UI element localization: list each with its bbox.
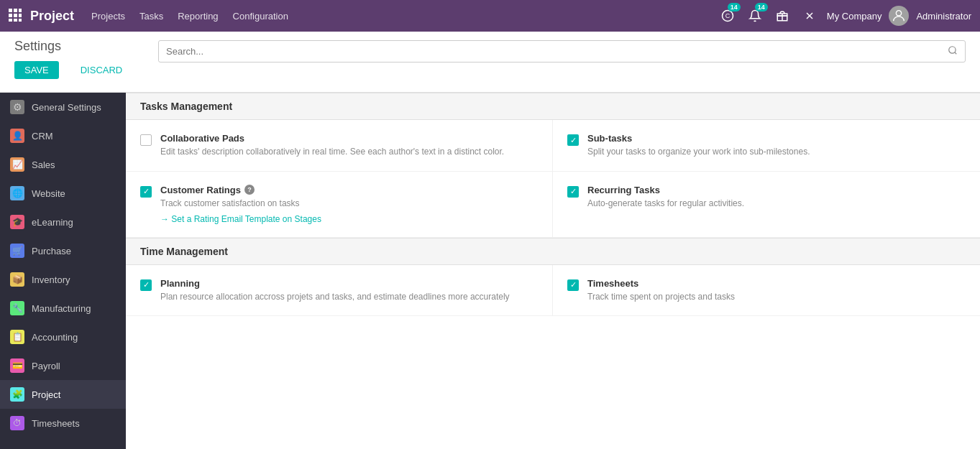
sidebar-item-manufacturing[interactable]: 🔧 Manufacturing [0,294,126,323]
sidebar-item-inventory[interactable]: 📦 Inventory [0,265,126,294]
search-icon[interactable] [940,41,965,62]
messages-icon[interactable]: C 14 [718,6,738,26]
sidebar-label-payroll: Payroll [32,361,60,371]
sidebar-item-elearning[interactable]: 🎓 eLearning [0,208,126,236]
svg-point-16 [949,47,956,53]
nav-projects[interactable]: Projects [91,11,125,22]
sidebar: ⚙ General Settings 👤 CRM 📈 Sales 🌐 Websi… [0,93,126,449]
sidebar-item-sales[interactable]: 📈 Sales [0,150,126,179]
timesheets-desc: Track time spent on projects and tasks [587,291,966,303]
sidebar-item-timesheets[interactable]: ⏱ Timesheets [0,409,126,438]
setting-timesheets: ✓ Timesheets Track time spent on project… [553,265,980,317]
sidebar-item-general-settings[interactable]: ⚙ General Settings [0,93,126,121]
search-input[interactable] [159,42,940,61]
sidebar-label-crm: CRM [32,131,53,142]
rating-email-template-link[interactable]: Set a Rating Email Template on Stages [160,214,538,224]
timesheets-title: Timesheets [587,278,966,289]
nav-menu: Projects Tasks Reporting Configuration [91,11,718,22]
svg-rect-7 [14,19,17,22]
recurring-tasks-title: Recurring Tasks [587,185,966,195]
planning-checkbox[interactable]: ✓ [140,279,152,291]
sidebar-item-purchase[interactable]: 🛒 Purchase [0,236,126,265]
svg-rect-8 [19,19,22,22]
svg-rect-5 [19,14,22,17]
purchase-icon: 🛒 [10,244,24,258]
sidebar-label-general-settings: General Settings [32,102,101,113]
gift-icon[interactable] [772,6,792,26]
close-icon[interactable] [800,6,820,26]
payroll-icon: 💳 [10,358,24,373]
sidebar-label-manufacturing: Manufacturing [32,303,91,314]
timesheets-icon: ⏱ [10,416,24,430]
discard-button[interactable]: DISCARD [70,61,133,79]
collaborative-pads-desc: Edit tasks' description collaboratively … [160,146,538,158]
svg-line-17 [955,52,957,55]
svg-rect-6 [9,19,12,22]
nav-configuration[interactable]: Configuration [233,11,288,22]
nav-reporting[interactable]: Reporting [178,11,218,22]
app-title: Project [30,9,74,24]
tasks-management-header: Tasks Management [126,93,980,120]
sidebar-label-accounting: Accounting [32,332,78,343]
svg-rect-1 [14,9,17,12]
time-management-header: Time Management [126,238,980,265]
customer-ratings-desc: Track customer satisfaction on tasks [160,198,538,210]
setting-collaborative-pads: Collaborative Pads Edit tasks' descripti… [126,120,553,172]
save-button[interactable]: SAVE [14,61,59,79]
tasks-management-grid: Collaborative Pads Edit tasks' descripti… [126,120,980,238]
notifications-badge: 14 [755,3,768,11]
sidebar-item-accounting[interactable]: 📋 Accounting [0,323,126,351]
customer-ratings-checkbox[interactable]: ✓ [140,186,152,198]
sidebar-item-project[interactable]: 🧩 Project [0,380,126,409]
search-bar [158,40,966,63]
sub-tasks-desc: Split your tasks to organize your work i… [587,146,966,158]
inventory-icon: 📦 [10,272,24,287]
sidebar-label-inventory: Inventory [32,274,70,285]
notifications-icon[interactable]: 14 [745,6,765,26]
recurring-tasks-desc: Auto-generate tasks for regular activiti… [587,198,966,210]
setting-planning: ✓ Planning Plan resource allocation accr… [126,265,553,317]
svg-text:C: C [725,12,731,19]
setting-customer-ratings: ✓ Customer Ratings ? Track customer sati… [126,172,553,238]
gear-icon: ⚙ [10,100,24,114]
navbar-right: C 14 14 My Company Administrator [718,6,971,26]
sidebar-label-timesheets: Timesheets [32,418,80,429]
setting-sub-tasks: ✓ Sub-tasks Split your tasks to organize… [553,120,980,172]
setting-recurring-tasks: ✓ Recurring Tasks Auto-generate tasks fo… [553,172,980,238]
accounting-icon: 📋 [10,330,24,344]
user-name[interactable]: Administrator [916,11,971,22]
navbar: Project Projects Tasks Reporting Configu… [0,0,980,32]
svg-rect-0 [9,9,12,12]
elearning-icon: 🎓 [10,215,24,229]
planning-desc: Plan resource allocation accross projets… [160,291,538,303]
sidebar-label-elearning: eLearning [32,217,73,228]
sub-tasks-title: Sub-tasks [587,133,966,144]
website-icon: 🌐 [10,186,24,200]
settings-header: Settings SAVE DISCARD [0,32,980,93]
customer-ratings-help-icon[interactable]: ? [244,185,255,195]
avatar[interactable] [889,6,909,26]
sidebar-label-website: Website [32,188,65,199]
company-name[interactable]: My Company [827,11,882,22]
collaborative-pads-checkbox[interactable] [140,134,152,146]
svg-rect-2 [19,9,22,12]
sidebar-label-project: Project [32,389,60,400]
customer-ratings-title: Customer Ratings ? [160,185,538,195]
sidebar-label-purchase: Purchase [32,246,71,256]
grid-icon[interactable] [9,9,22,24]
nav-tasks[interactable]: Tasks [139,11,163,22]
svg-rect-3 [9,14,12,17]
sub-tasks-checkbox[interactable]: ✓ [567,134,579,146]
planning-title: Planning [160,278,538,289]
sidebar-item-payroll[interactable]: 💳 Payroll [0,351,126,380]
svg-point-15 [897,11,902,16]
time-management-grid: ✓ Planning Plan resource allocation accr… [126,265,980,317]
content-area: Tasks Management Collaborative Pads Edit… [126,93,980,449]
sidebar-item-crm[interactable]: 👤 CRM [0,121,126,150]
manufacturing-icon: 🔧 [10,301,24,315]
timesheets-checkbox[interactable]: ✓ [567,279,579,291]
recurring-tasks-checkbox[interactable]: ✓ [567,186,579,198]
crm-icon: 👤 [10,129,24,143]
sidebar-item-website[interactable]: 🌐 Website [0,179,126,208]
svg-rect-4 [14,14,17,17]
